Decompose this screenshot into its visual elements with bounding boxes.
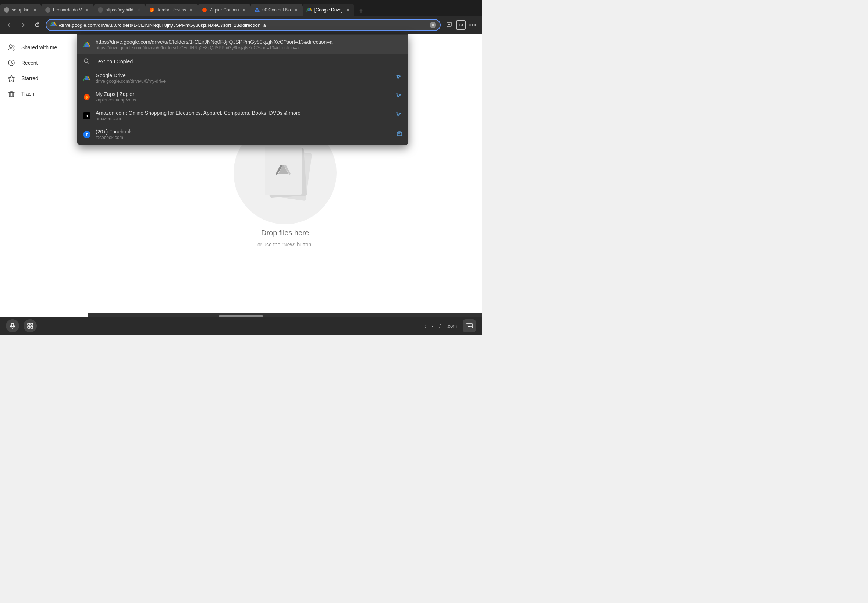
svg-rect-48 bbox=[28, 326, 30, 328]
tab-favicon-3 bbox=[97, 7, 103, 13]
tab-title-3: https://my.billd bbox=[105, 7, 133, 12]
tab-setup-kin[interactable]: setup kin ✕ bbox=[0, 4, 41, 16]
tab-title-4: Jordan Review bbox=[157, 7, 186, 12]
svg-rect-44 bbox=[11, 323, 14, 326]
sidebar-label-recent: Recent bbox=[21, 60, 37, 66]
sidebar-item-shared[interactable]: Shared with me bbox=[0, 40, 84, 55]
tab-close-4[interactable]: ✕ bbox=[188, 7, 194, 13]
svg-text:⚡: ⚡ bbox=[85, 95, 90, 100]
facebook-icon-shape: f bbox=[83, 131, 90, 138]
tab-title-2: Leonardo da V bbox=[53, 7, 82, 12]
svg-rect-50 bbox=[466, 323, 473, 328]
tab-google-drive[interactable]: [Google Drive] ✕ bbox=[303, 4, 354, 16]
tab-favicon-5 bbox=[201, 7, 207, 13]
svg-point-33 bbox=[12, 45, 14, 48]
tab-title-6: 00 Content No bbox=[262, 7, 291, 12]
omnibox-item-text-1: https://drive.google.com/drive/u/0/folde… bbox=[96, 39, 402, 50]
sidebar-item-trash[interactable]: Trash bbox=[0, 86, 84, 102]
tab-billd[interactable]: https://my.billd ✕ bbox=[94, 4, 145, 16]
drop-text-main: Drop files here bbox=[261, 229, 309, 237]
toolbar-actions: 13 bbox=[444, 20, 478, 31]
svg-point-2 bbox=[98, 7, 103, 12]
keyboard-toggle-button[interactable] bbox=[463, 319, 476, 332]
new-tab-button[interactable]: + bbox=[356, 6, 366, 16]
toolbar: /drive.google.com/drive/u/0/folders/1-CE… bbox=[0, 16, 482, 34]
omnibox-item-amazon[interactable]: a Amazon.com: Online Shopping for Electr… bbox=[77, 106, 408, 125]
tab-close-1[interactable]: ✕ bbox=[32, 7, 37, 13]
tab-favicon-6 bbox=[254, 7, 260, 13]
omnibox-item-search[interactable]: Text You Copied bbox=[77, 54, 408, 69]
svg-rect-46 bbox=[28, 323, 30, 325]
address-bar[interactable]: /drive.google.com/drive/u/0/folders/1-CE… bbox=[46, 19, 441, 31]
bottom-bar: : - / .com bbox=[0, 317, 482, 335]
omnibox-item-text-5: Amazon.com: Online Shopping for Electron… bbox=[96, 110, 391, 121]
omnibox-action-arrow-3[interactable] bbox=[396, 75, 402, 82]
svg-point-0 bbox=[4, 7, 9, 12]
omnibox-item-title-5: Amazon.com: Online Shopping for Electron… bbox=[96, 110, 391, 116]
omnibox-action-arrow-5[interactable] bbox=[396, 112, 402, 119]
tab-leonardo[interactable]: Leonardo da V ✕ bbox=[41, 4, 94, 16]
tab-favicon-2 bbox=[45, 7, 51, 13]
omnibox-item-subtitle-6: facebook.com bbox=[96, 135, 391, 140]
tab-count-badge[interactable]: 13 bbox=[456, 20, 466, 30]
svg-point-18 bbox=[475, 24, 476, 26]
omnibox-item-text-6: (20+) Facebook facebook.com bbox=[96, 129, 391, 140]
tab-bar: setup kin ✕ Leonardo da V ✕ https://my.b… bbox=[0, 0, 482, 16]
tab-close-6[interactable]: ✕ bbox=[293, 7, 299, 13]
bottom-key-dotcom[interactable]: .com bbox=[447, 323, 457, 329]
sidebar-label-trash: Trash bbox=[21, 91, 34, 97]
bottom-key-dash[interactable]: - bbox=[432, 323, 433, 329]
tab-zapier[interactable]: Zapier Commu ✕ bbox=[198, 4, 251, 16]
omnibox-item-gdrive[interactable]: Google Drive drive.google.com/drive/u/0/… bbox=[77, 69, 408, 88]
svg-marker-35 bbox=[8, 76, 15, 82]
tab-jordan[interactable]: ⚡ Jordan Review ✕ bbox=[145, 4, 198, 16]
omnibox-zapier-icon: ⚡ bbox=[83, 93, 90, 101]
sidebar-item-starred[interactable]: Starred bbox=[0, 71, 84, 86]
svg-point-5 bbox=[202, 8, 207, 12]
trash-icon bbox=[7, 90, 15, 98]
bottom-bar-right: : - / .com bbox=[424, 319, 476, 332]
sidebar-item-recent[interactable]: Recent bbox=[0, 55, 84, 71]
tab-close-7[interactable]: ✕ bbox=[345, 7, 351, 13]
tab-close-3[interactable]: ✕ bbox=[136, 7, 142, 13]
bottom-key-colon[interactable]: : bbox=[424, 323, 426, 329]
svg-rect-49 bbox=[31, 326, 33, 328]
omnibox-facebook-icon: f bbox=[83, 131, 90, 138]
omnibox-amazon-icon: a bbox=[83, 112, 90, 119]
omnibox-item-text-2: Text You Copied bbox=[96, 59, 402, 64]
sidebar: Shared with me Recent Starred bbox=[0, 34, 88, 335]
tab-close-2[interactable]: ✕ bbox=[84, 7, 90, 13]
omnibox-dropdown: https://drive.google.com/drive/u/0/folde… bbox=[77, 34, 408, 145]
omnibox-gdrive-icon-1 bbox=[83, 41, 90, 48]
svg-rect-47 bbox=[31, 323, 33, 325]
omnibox-item-subtitle-1: https://drive.google.com/drive/u/0/folde… bbox=[96, 45, 402, 50]
omnibox-item-url[interactable]: https://drive.google.com/drive/u/0/folde… bbox=[77, 35, 408, 54]
tab-favicon-4: ⚡ bbox=[149, 7, 155, 13]
forward-button[interactable] bbox=[18, 20, 29, 31]
tab-title-7: [Google Drive] bbox=[314, 7, 343, 12]
reload-button[interactable] bbox=[32, 20, 43, 31]
omnibox-action-arrow-4[interactable] bbox=[396, 93, 402, 101]
back-button[interactable] bbox=[4, 20, 15, 31]
people-icon bbox=[7, 43, 15, 51]
microphone-button[interactable] bbox=[6, 319, 19, 332]
bottom-key-slash[interactable]: / bbox=[439, 323, 441, 329]
omnibox-item-text-3: Google Drive drive.google.com/drive/u/0/… bbox=[96, 73, 391, 84]
menu-button[interactable] bbox=[467, 20, 478, 31]
paper-front bbox=[265, 147, 302, 195]
address-url: /drive.google.com/drive/u/0/folders/1-CE… bbox=[59, 22, 427, 28]
drop-text-sub: or use the “New” button. bbox=[257, 241, 313, 247]
tab-title-5: Zapier Commu bbox=[210, 7, 239, 12]
omnibox-item-zapier[interactable]: ⚡ My Zaps | Zapier zapier.com/app/zaps bbox=[77, 88, 408, 106]
tab-content-notes[interactable]: 00 Content No ✕ bbox=[251, 4, 302, 16]
omnibox-item-facebook[interactable]: f (20+) Facebook facebook.com bbox=[77, 125, 408, 144]
omnibox-item-title-4: My Zaps | Zapier bbox=[96, 91, 391, 97]
tab-favicon-1 bbox=[4, 7, 9, 13]
omnibox-item-title-1: https://drive.google.com/drive/u/0/folde… bbox=[96, 39, 402, 45]
grid-button[interactable] bbox=[23, 319, 37, 332]
omnibox-item-subtitle-4: zapier.com/app/zaps bbox=[96, 97, 391, 103]
omnibox-action-tab-6[interactable] bbox=[396, 131, 402, 138]
tab-close-5[interactable]: ✕ bbox=[241, 7, 247, 13]
share-button[interactable] bbox=[444, 20, 455, 31]
address-clear-button[interactable]: ✕ bbox=[430, 22, 436, 28]
